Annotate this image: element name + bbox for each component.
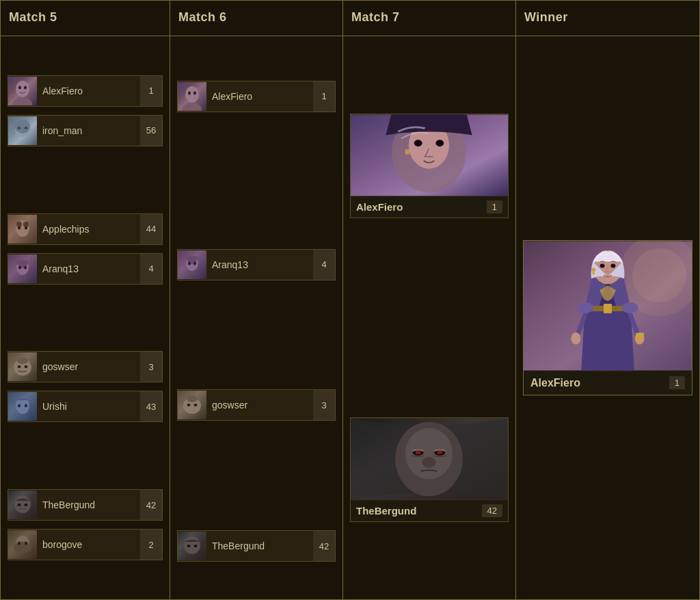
match6-title: Match 6 bbox=[178, 10, 227, 24]
svg-point-11 bbox=[18, 226, 21, 229]
player-score: 4 bbox=[140, 254, 162, 284]
avatar bbox=[178, 532, 206, 560]
svg-point-42 bbox=[187, 545, 191, 547]
match6-entry1: AlexFiero 1 bbox=[170, 78, 342, 115]
avatar bbox=[8, 352, 37, 381]
player-card-thebergund[interactable]: TheBergund 42 bbox=[350, 417, 509, 522]
svg-point-27 bbox=[14, 542, 31, 553]
match5-pair2: Applechips 44 Aranq13 4 bbox=[1, 211, 170, 287]
player-name: goswser bbox=[37, 361, 140, 372]
player-score: 1 bbox=[487, 200, 502, 213]
table-row[interactable]: Applechips 44 bbox=[8, 213, 163, 245]
player-name: AlexFiero bbox=[356, 201, 403, 213]
card-footer: TheBergund 42 bbox=[351, 500, 508, 521]
player-name: Aranq13 bbox=[37, 263, 140, 274]
card-footer: AlexFiero 1 bbox=[351, 196, 508, 218]
svg-point-6 bbox=[18, 127, 21, 129]
table-row[interactable]: goswser 3 bbox=[177, 389, 336, 421]
player-score: 1 bbox=[140, 76, 162, 106]
match5-pair1: AlexFiero 1 iron_man 56 bbox=[1, 73, 170, 149]
svg-point-30 bbox=[185, 86, 199, 103]
player-name: goswser bbox=[206, 400, 313, 410]
player-score: 1 bbox=[669, 376, 685, 389]
table-row[interactable]: AlexFiero 1 bbox=[8, 75, 163, 107]
player-score: 42 bbox=[482, 504, 502, 517]
svg-point-0 bbox=[16, 81, 29, 97]
winner-title: Winner bbox=[524, 10, 568, 24]
svg-point-39 bbox=[187, 404, 191, 406]
svg-point-57 bbox=[422, 457, 436, 468]
avatar bbox=[178, 82, 206, 111]
table-row[interactable]: Aranq13 4 bbox=[8, 253, 163, 285]
svg-rect-65 bbox=[604, 304, 612, 313]
svg-point-35 bbox=[188, 261, 191, 265]
svg-point-36 bbox=[193, 261, 196, 265]
player-score: 1 bbox=[313, 81, 335, 112]
svg-point-50 bbox=[438, 142, 442, 146]
svg-point-76 bbox=[622, 302, 638, 313]
svg-point-74 bbox=[592, 272, 595, 274]
player-name: AlexFiero bbox=[37, 86, 140, 96]
svg-point-59 bbox=[437, 450, 442, 454]
bracket-container: Match 5 AlexFiero 1 iron_man 56 bbox=[0, 0, 700, 600]
match5-pair4: TheBergund 42 borogove 2 bbox=[1, 486, 170, 563]
table-row[interactable]: TheBergund 42 bbox=[177, 530, 336, 562]
column-winner: Winner bbox=[516, 1, 699, 599]
player-name: AlexFiero bbox=[206, 91, 313, 102]
match6-entry4: TheBergund 42 bbox=[170, 527, 342, 564]
svg-point-32 bbox=[188, 91, 191, 94]
svg-point-17 bbox=[17, 357, 28, 364]
match5-header: Match 5 bbox=[1, 1, 170, 36]
avatar bbox=[8, 255, 37, 283]
svg-point-38 bbox=[187, 395, 198, 402]
svg-point-71 bbox=[600, 264, 605, 268]
match6-header: Match 6 bbox=[170, 1, 342, 36]
player-name: TheBergund bbox=[37, 499, 140, 510]
svg-point-3 bbox=[24, 86, 27, 89]
match5-title: Match 5 bbox=[9, 10, 57, 24]
player-score: 2 bbox=[140, 530, 162, 560]
svg-point-68 bbox=[636, 338, 644, 342]
svg-point-48 bbox=[416, 142, 420, 146]
svg-point-28 bbox=[18, 542, 21, 545]
table-row[interactable]: goswser 3 bbox=[8, 351, 163, 382]
svg-point-15 bbox=[24, 265, 27, 269]
match7-card1: AlexFiero 1 bbox=[343, 108, 515, 224]
svg-point-21 bbox=[18, 404, 21, 408]
svg-point-18 bbox=[18, 365, 21, 368]
player-name: Aranq13 bbox=[206, 259, 313, 270]
card-image bbox=[351, 114, 508, 196]
player-name: Urishi bbox=[37, 401, 140, 412]
column-match6: Match 6 AlexFiero 1 Aranq13 bbox=[170, 1, 343, 599]
svg-point-58 bbox=[416, 450, 421, 454]
card-image bbox=[351, 418, 508, 500]
svg-point-22 bbox=[25, 404, 27, 408]
table-row[interactable]: Urishi 43 bbox=[8, 391, 163, 422]
svg-point-19 bbox=[25, 365, 28, 368]
svg-point-1 bbox=[13, 97, 32, 105]
avatar bbox=[8, 491, 37, 519]
player-score: 44 bbox=[140, 214, 162, 244]
player-name: TheBergund bbox=[356, 505, 416, 517]
table-row[interactable]: TheBergund 42 bbox=[8, 489, 163, 521]
winner-footer: AlexFiero 1 bbox=[524, 371, 692, 395]
svg-point-54 bbox=[405, 428, 453, 479]
avatar bbox=[178, 391, 206, 419]
svg-point-72 bbox=[610, 264, 615, 268]
avatar bbox=[8, 116, 37, 145]
player-name: TheBergund bbox=[206, 540, 313, 551]
table-row[interactable]: Aranq13 4 bbox=[177, 249, 336, 281]
player-name: AlexFiero bbox=[530, 377, 580, 389]
table-row[interactable]: borogove 2 bbox=[8, 529, 163, 560]
column-match5: Match 5 AlexFiero 1 iron_man 56 bbox=[1, 1, 170, 599]
svg-point-63 bbox=[632, 248, 686, 302]
avatar bbox=[8, 215, 37, 244]
match5-pair3: goswser 3 Urishi 43 bbox=[1, 348, 170, 425]
player-card-alexfiero[interactable]: AlexFiero 1 bbox=[350, 114, 509, 218]
player-score: 56 bbox=[140, 116, 162, 146]
table-row[interactable]: AlexFiero 1 bbox=[177, 81, 336, 112]
table-row[interactable]: iron_man 56 bbox=[8, 115, 163, 146]
winner-card[interactable]: AlexFiero 1 bbox=[523, 240, 692, 395]
svg-point-12 bbox=[25, 226, 27, 229]
svg-point-40 bbox=[194, 404, 198, 406]
